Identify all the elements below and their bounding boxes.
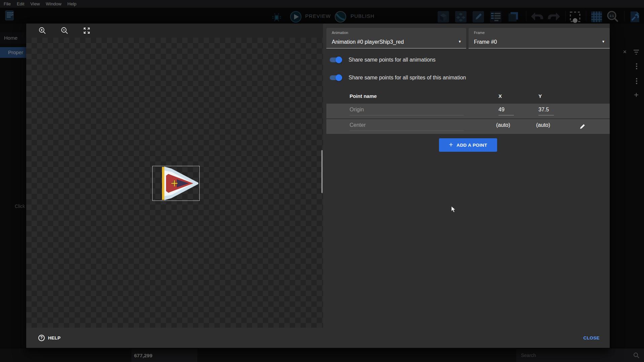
share-points-all-animations-row: Share same points for all animations	[329, 56, 436, 64]
zoom-out-icon[interactable]	[61, 27, 69, 35]
table-row-origin[interactable]: Origin 49 37.5	[326, 104, 610, 118]
help-button[interactable]: ? HELP	[35, 333, 64, 343]
share-points-all-animations-toggle[interactable]	[329, 57, 342, 63]
close-button[interactable]: CLOSE	[577, 333, 606, 343]
points-table-header: Point name X Y	[326, 89, 610, 104]
canvas-scrollbar[interactable]	[321, 150, 323, 193]
point-y-field[interactable]: 37.5	[538, 107, 554, 115]
share-points-all-sprites-toggle[interactable]	[329, 74, 342, 81]
column-y: Y	[538, 93, 542, 99]
point-y-field[interactable]: (auto)	[536, 122, 552, 131]
canvas-toolbar	[26, 24, 323, 38]
points-editor-dialog: Animation Animation #0 playerShip3_red ▼…	[26, 24, 610, 348]
add-a-point-button[interactable]: + ADD A POINT	[439, 138, 497, 152]
column-point-name: Point name	[350, 93, 377, 99]
point-name-field[interactable]: Center	[350, 122, 464, 131]
question-mark-icon: ?	[38, 335, 45, 341]
column-x: X	[498, 93, 502, 99]
point-x-field[interactable]: (auto)	[496, 122, 512, 131]
frame-select[interactable]: Frame Frame #0 ▼	[469, 28, 610, 48]
share-points-all-sprites-row: Share same points for all sprites of thi…	[329, 74, 466, 82]
pencil-icon	[579, 123, 586, 130]
zoom-in-icon[interactable]	[38, 27, 46, 35]
edit-point-button[interactable]	[578, 122, 587, 131]
point-x-field[interactable]: 49	[498, 107, 514, 115]
chevron-down-icon: ▼	[458, 40, 461, 43]
animation-select[interactable]: Animation Animation #0 playerShip3_red ▼	[326, 28, 466, 48]
dialog-footer: ? HELP CLOSE	[26, 328, 610, 348]
fit-to-screen-icon[interactable]	[83, 27, 91, 35]
sprite-canvas[interactable]	[26, 24, 323, 328]
chevron-down-icon: ▼	[602, 40, 605, 43]
point-name-field[interactable]: Origin	[350, 107, 464, 115]
sprite-player-ship[interactable]	[152, 166, 200, 201]
table-row-center[interactable]: Center (auto) (auto)	[326, 119, 610, 134]
plus-icon: +	[449, 141, 453, 149]
